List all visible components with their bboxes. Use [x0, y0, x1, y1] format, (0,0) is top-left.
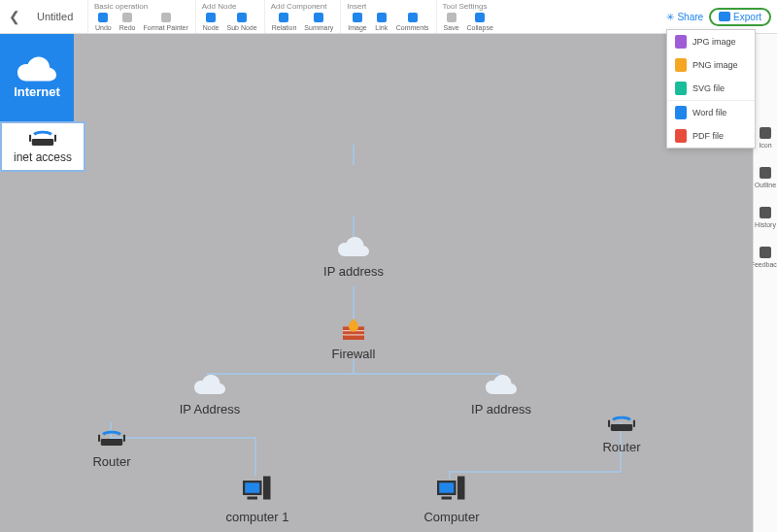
undo-icon [96, 11, 110, 24]
group-label: Add Component [269, 2, 337, 11]
node-firewall[interactable]: Firewall [326, 318, 381, 361]
side-outline[interactable]: Outline [755, 166, 776, 188]
svg-rect-27 [633, 420, 635, 427]
cloud-icon [338, 236, 369, 257]
tool-label: Comments [396, 24, 429, 31]
node-label: IP Address [177, 402, 243, 416]
export-option[interactable]: SVG file [667, 77, 755, 100]
svg-rect-7 [353, 13, 362, 22]
format-painter-button[interactable]: Format Painter [140, 11, 190, 31]
router-icon [608, 416, 635, 433]
file-icon [675, 35, 687, 49]
back-button[interactable]: ❮ [0, 0, 29, 33]
tool-label: Image [348, 24, 366, 31]
comments-button[interactable]: Comments [393, 11, 432, 31]
node-inet-access[interactable]: inet access [0, 121, 85, 172]
history-icon [759, 206, 772, 219]
node-ip-address-right[interactable]: IP address [468, 374, 534, 416]
cloud-icon [194, 374, 225, 395]
computer-icon [243, 476, 272, 503]
node-label: computer 1 [223, 510, 291, 524]
node-router-right[interactable]: Router [597, 416, 646, 454]
svg-rect-24 [123, 435, 125, 442]
redo-button[interactable]: Redo [117, 11, 139, 31]
subnode-button[interactable]: Sub Node [224, 11, 260, 31]
image-button[interactable]: Image [345, 11, 369, 31]
tool-label: Summary [304, 24, 333, 31]
export-option[interactable]: PDF file [667, 124, 755, 148]
side-label: Feedback [751, 261, 777, 268]
group-label: Insert [345, 2, 431, 11]
link-button[interactable]: Link [372, 11, 391, 31]
side-panel: IconOutlineHistoryFeedback [753, 34, 777, 532]
node-label: Firewall [326, 347, 381, 361]
svg-rect-29 [245, 482, 259, 493]
side-history[interactable]: History [755, 206, 776, 228]
group-label: Tool Settings [441, 2, 496, 11]
svg-rect-12 [760, 127, 771, 139]
svg-rect-5 [279, 13, 288, 22]
side-label: Outline [755, 182, 776, 188]
summary-icon [312, 11, 325, 24]
save-icon [445, 11, 458, 24]
cloud-icon [486, 374, 517, 395]
share-button[interactable]: ✳ Share [662, 10, 707, 24]
comments-icon [406, 11, 420, 24]
image-icon [351, 11, 364, 24]
redo-icon [120, 11, 134, 24]
tool-label: Format Painter [143, 24, 187, 31]
svg-rect-13 [760, 167, 771, 179]
edge [207, 373, 500, 375]
export-option[interactable]: JPG image [667, 30, 755, 53]
node-label: inet access [14, 150, 72, 164]
export-button[interactable]: Export [709, 8, 771, 26]
group-label: Basic operation [92, 2, 191, 11]
node-button[interactable]: Node [200, 11, 222, 31]
document-title[interactable]: Untitled [29, 0, 87, 33]
node-ip-address-left[interactable]: IP Address [177, 374, 243, 416]
svg-rect-14 [760, 207, 771, 218]
node-ip-address[interactable]: IP address [321, 236, 387, 279]
svg-rect-6 [314, 13, 323, 22]
edge [353, 145, 355, 165]
side-label: Icon [759, 142, 771, 149]
edge [353, 286, 355, 319]
tool-label: Save [444, 24, 459, 31]
svg-rect-0 [98, 13, 108, 22]
toolbar-group: Basic operationUndoRedoFormat Painter [87, 0, 195, 33]
cloud-icon [17, 56, 56, 82]
node-router-left[interactable]: Router [87, 430, 136, 469]
file-icon [675, 82, 687, 95]
node-label: Router [597, 440, 646, 454]
tool-label: Node [203, 24, 220, 31]
tool-label: Redo [119, 24, 136, 31]
canvas[interactable]: Internet inet access IP address Firewall… [0, 34, 753, 532]
svg-rect-2 [161, 13, 171, 22]
export-option[interactable]: PNG image [667, 53, 755, 77]
side-feedback[interactable]: Feedback [751, 246, 777, 268]
node-computer-left[interactable]: computer 1 [223, 476, 291, 524]
share-icon: ✳ [666, 12, 674, 22]
relation-button[interactable]: Relation [269, 11, 300, 31]
svg-rect-22 [101, 439, 122, 446]
side-icon[interactable]: Icon [759, 126, 772, 149]
node-label: Internet [14, 84, 60, 99]
toolbar-group: Add NodeNodeSub Node [195, 0, 264, 33]
file-icon [675, 106, 687, 119]
svg-rect-10 [447, 13, 456, 22]
export-option[interactable]: Word file [667, 100, 755, 124]
svg-rect-26 [608, 420, 610, 427]
svg-rect-23 [98, 435, 100, 442]
summary-button[interactable]: Summary [301, 11, 336, 31]
node-internet[interactable]: Internet [0, 34, 74, 121]
node-label: IP address [468, 402, 534, 416]
node-label: IP address [321, 264, 387, 279]
svg-rect-33 [439, 482, 454, 493]
save-button[interactable]: Save [441, 11, 462, 31]
right-actions: ✳ Share Export [662, 0, 777, 33]
router-icon [98, 430, 125, 448]
node-label: Router [87, 454, 136, 469]
collapse-button[interactable]: Collapse [464, 11, 496, 31]
undo-button[interactable]: Undo [92, 11, 115, 31]
node-computer-right[interactable]: Computer [418, 476, 486, 524]
